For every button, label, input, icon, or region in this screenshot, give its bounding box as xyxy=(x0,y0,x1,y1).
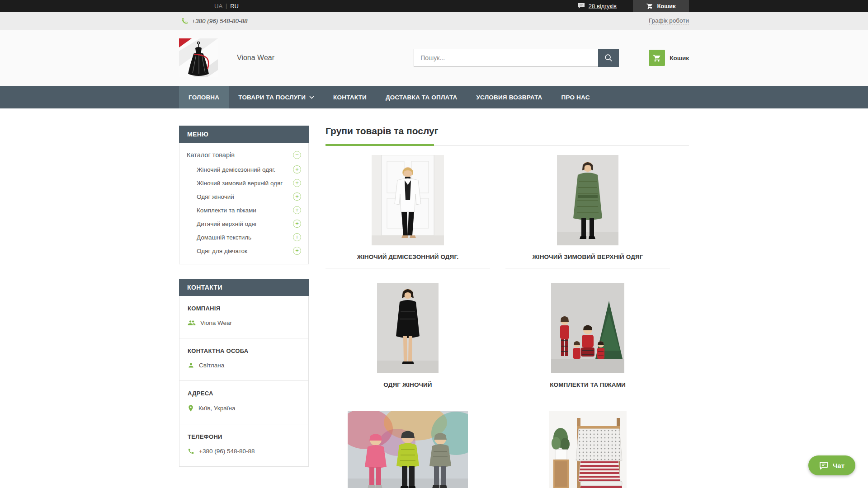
language-switcher: UA | RU xyxy=(214,3,239,9)
phones-value[interactable]: +380 (96) 548-80-88 xyxy=(199,448,255,455)
category-card xyxy=(505,411,670,488)
chevron-down-icon xyxy=(309,96,314,99)
map-pin-icon xyxy=(188,404,194,412)
search-input[interactable] xyxy=(414,49,598,67)
search-icon xyxy=(604,53,613,62)
page: UA | RU 28 відгуків Кошик xyxy=(0,0,868,488)
category-image-kids-winter-jackets[interactable] xyxy=(326,411,490,488)
menu-item-demiseason[interactable]: Жіночий демісезонний одяг. + xyxy=(179,163,308,176)
header-phone: +380 (96) 548-80-88 xyxy=(181,18,247,24)
menu-item-sets-pajamas[interactable]: Комплекти та піжами + xyxy=(179,203,308,217)
category-card: ЖІНОЧИЙ ЗИМОВИЙ ВЕРХНІЙ ОДЯГ xyxy=(505,155,670,268)
category-card: ОДЯГ ЖІНОЧИЙ xyxy=(326,283,490,396)
cart-icon xyxy=(652,54,661,62)
chat-button[interactable]: Чат xyxy=(808,455,855,475)
cart-icon xyxy=(646,3,653,9)
page-title: Групи товарів та послуг xyxy=(326,126,689,136)
contact-person-value: Світлана xyxy=(199,362,224,369)
phone-icon xyxy=(188,448,194,455)
nav-item-contacts[interactable]: КОНТАКТИ xyxy=(324,86,376,108)
lang-separator: | xyxy=(226,3,227,9)
lang-ua-link[interactable]: UA xyxy=(214,3,222,9)
category-label[interactable]: ОДЯГ ЖІНОЧИЙ xyxy=(326,381,490,389)
category-card: КОМПЛЕКТИ ТА ПІЖАМИ xyxy=(505,283,670,396)
search-button[interactable] xyxy=(598,49,619,67)
nav-item-returns[interactable]: УСЛОВИЯ ВОЗВРАТА xyxy=(467,86,552,108)
chat-button-label: Чат xyxy=(833,462,844,469)
menu-item-kids-outerwear[interactable]: Дитячий верхній одяг + xyxy=(179,217,308,230)
contact-person: КОНТАКТНА ОСОБА Світлана xyxy=(179,338,308,381)
category-card xyxy=(326,411,490,488)
category-label[interactable]: ЖІНОЧИЙ ДЕМІСЕЗОННИЙ ОДЯГ. xyxy=(326,253,490,261)
topbar-cart-label: Кошик xyxy=(657,3,675,9)
main-navigation: ГОЛОВНА ТОВАРИ ТА ПОСЛУГИ КОНТАКТИ ДОСТА… xyxy=(0,86,868,108)
topbar-cart-button[interactable]: Кошик xyxy=(633,0,689,12)
chat-bubble-icon xyxy=(819,461,828,469)
company-name[interactable]: Viona Wear xyxy=(237,54,274,62)
expand-icon[interactable]: + xyxy=(293,192,301,201)
title-underline xyxy=(326,144,689,146)
category-image-home-textile-blankets[interactable] xyxy=(505,411,670,488)
category-image-woman-black-dress[interactable] xyxy=(326,283,490,373)
contacts-box: КОМПАНІЯ Viona Wear КОНТАКТНА ОСОБА xyxy=(179,296,309,467)
collapse-icon[interactable]: − xyxy=(293,151,301,159)
expand-icon[interactable]: + xyxy=(293,206,301,214)
contact-heading: АДРЕСА xyxy=(188,390,300,397)
sidebar-contacts-title: КОНТАКТИ xyxy=(179,279,309,296)
nav-item-about[interactable]: ПРО НАС xyxy=(552,86,599,108)
category-card: ЖІНОЧИЙ ДЕМІСЕЗОННИЙ ОДЯГ. xyxy=(326,155,490,268)
header-cart-label: Кошик xyxy=(670,55,689,61)
lang-ru-link[interactable]: RU xyxy=(230,3,239,9)
category-label[interactable]: КОМПЛЕКТИ ТА ПІЖАМИ xyxy=(505,381,670,389)
nav-item-products[interactable]: ТОВАРИ ТА ПОСЛУГИ xyxy=(229,86,324,108)
sidebar: МЕНЮ Каталог товарів − Жіночий демісезон… xyxy=(179,126,309,488)
expand-icon[interactable]: + xyxy=(293,179,301,187)
schedule-link[interactable]: Графік роботи xyxy=(649,17,689,24)
nav-item-home[interactable]: ГОЛОВНА xyxy=(179,86,229,108)
contact-heading: КОНТАКТНА ОСОБА xyxy=(188,347,300,354)
catalog-menu: Каталог товарів − Жіночий демісезонний о… xyxy=(179,143,309,264)
address-value: Київ, Україна xyxy=(198,405,235,412)
person-icon xyxy=(188,362,194,369)
contact-heading: КОМПАНІЯ xyxy=(188,305,300,312)
company-value: Viona Wear xyxy=(200,319,232,326)
expand-icon[interactable]: + xyxy=(293,165,301,174)
top-bar: UA | RU 28 відгуків Кошик xyxy=(0,0,868,12)
expand-icon[interactable]: + xyxy=(293,247,301,255)
site-header: Viona Wear Кошик xyxy=(0,30,868,86)
header-cart-button[interactable]: Кошик xyxy=(649,50,689,66)
phone-number[interactable]: +380 (96) 548-80-88 xyxy=(192,18,247,24)
phone-icon xyxy=(181,18,188,24)
category-label[interactable]: ЖІНОЧИЙ ЗИМОВИЙ ВЕРХНІЙ ОДЯГ xyxy=(505,253,670,261)
expand-icon[interactable]: + xyxy=(293,220,301,228)
category-image-family-red-pajamas[interactable] xyxy=(505,283,670,373)
menu-item-catalog[interactable]: Каталог товарів − xyxy=(179,147,308,163)
contact-heading: ТЕЛЕФОНИ xyxy=(188,433,300,440)
info-bar: +380 (96) 548-80-88 Графік роботи xyxy=(0,12,868,30)
search-bar xyxy=(414,49,619,67)
speech-bubble-icon xyxy=(578,3,585,9)
expand-icon[interactable]: + xyxy=(293,233,301,241)
category-image-woman-green-quilted-coat[interactable] xyxy=(505,155,670,245)
menu-item-home-textile[interactable]: Домашній текстиль + xyxy=(179,230,308,244)
main-content: Групи товарів та послуг xyxy=(326,126,689,488)
contact-company: КОМПАНІЯ Viona Wear xyxy=(179,296,308,338)
menu-item-winter-outerwear[interactable]: Жіночий зимовий верхній одяг + xyxy=(179,176,308,190)
menu-item-girls-clothing[interactable]: Одяг для дівчаток + xyxy=(179,244,308,258)
nav-item-delivery[interactable]: ДОСТАВКА ТА ОПЛАТА xyxy=(376,86,467,108)
sidebar-menu-title: МЕНЮ xyxy=(179,126,309,143)
contact-address: АДРЕСА Київ, Україна xyxy=(179,381,308,424)
menu-item-womens-clothing[interactable]: Одяг жіночий + xyxy=(179,190,308,203)
people-icon xyxy=(188,319,196,326)
reviews: 28 відгуків xyxy=(578,3,617,9)
company-logo[interactable] xyxy=(179,38,218,77)
category-grid: ЖІНОЧИЙ ДЕМІСЕЗОННИЙ ОДЯГ. xyxy=(326,155,689,488)
category-image-woman-white-jacket[interactable] xyxy=(326,155,490,245)
reviews-link[interactable]: 28 відгуків xyxy=(589,3,617,9)
contact-phones: ТЕЛЕФОНИ +380 (96) 548-80-88 xyxy=(179,424,308,466)
